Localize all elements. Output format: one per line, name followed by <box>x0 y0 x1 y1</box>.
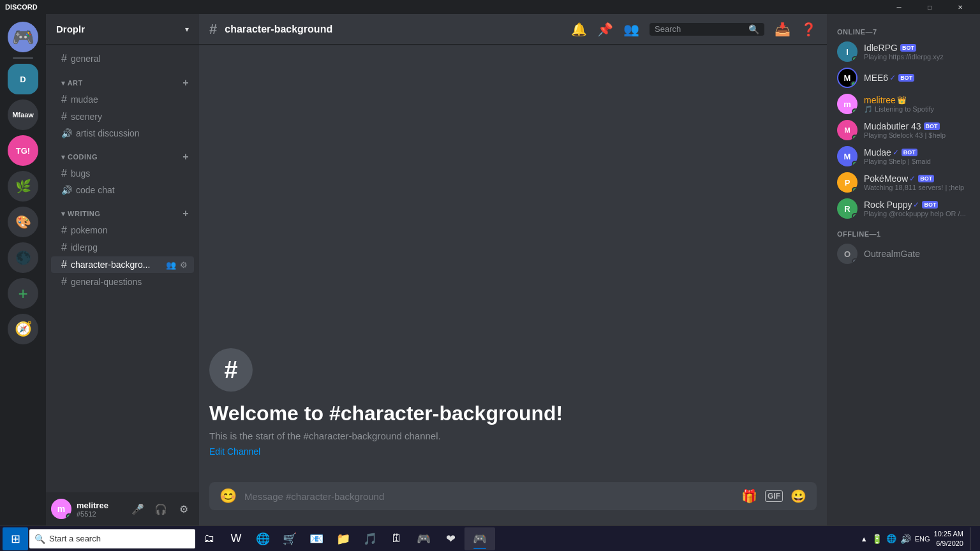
channel-item-character-background[interactable]: # character-backgro... 👥 ⚙ <box>51 256 194 273</box>
help-button[interactable]: ❓ <box>801 22 817 37</box>
member-item-mudabutler[interactable]: M Mudabutler 43 BOT Playing $delock 43 |… <box>832 117 975 143</box>
channel-item-code-chat[interactable]: 🔊 code chat <box>51 182 194 198</box>
discord-logo-icon: 🎮 <box>12 27 34 48</box>
message-input[interactable] <box>244 491 736 502</box>
maximize-button[interactable]: □ <box>915 0 944 14</box>
taskbar: ⊞ 🔍 Start a search 🗂 W 🌐 🛒 📧 📁 🎵 🗓 🎮 ❤ 🎮… <box>0 525 980 551</box>
category-coding[interactable]: ▾ CODING + <box>51 142 194 165</box>
emoji-add-button[interactable]: 😊 <box>219 488 237 504</box>
server-icon-colorful[interactable]: 🎨 <box>8 207 38 237</box>
taskbar-app-spotify[interactable]: 🎵 <box>357 527 383 550</box>
server-icon-mfaaw[interactable]: Mfaaw <box>8 99 38 130</box>
hash-icon: # <box>61 259 67 270</box>
hash-icon: # <box>61 53 67 64</box>
server-icon-ws[interactable]: 🌿 <box>8 171 38 202</box>
notifications-button[interactable]: 🔔 <box>571 22 587 37</box>
status-offline <box>852 258 858 264</box>
member-item-mudae[interactable]: M Mudae ✓ BOT Playing $help | $maid <box>832 143 975 169</box>
server-icon-droplr[interactable]: D <box>8 64 38 94</box>
channel-item-pokemon[interactable]: # pokemon <box>51 222 194 239</box>
member-item-mee6[interactable]: M MEE6 ✓ BOT <box>832 65 975 91</box>
taskbar-app-explorer[interactable]: 📁 <box>330 527 356 550</box>
channel-name: general-questions <box>71 277 189 287</box>
gift-button[interactable]: 🎁 <box>741 489 757 504</box>
taskbar-app-teams[interactable]: 🗓 <box>384 527 410 550</box>
explore-servers-button[interactable]: 🧭 <box>8 314 38 344</box>
word-icon: W <box>231 532 242 545</box>
member-avatar-rockpuppy: R <box>837 198 858 219</box>
taskbar-app-health[interactable]: ❤ <box>438 527 463 550</box>
members-button[interactable]: 👥 <box>623 22 639 37</box>
channel-item-general-questions[interactable]: # general-questions <box>51 274 194 290</box>
category-writing-label: ▾ WRITING <box>61 210 100 218</box>
server-name-header[interactable]: Droplr ▾ <box>46 14 199 45</box>
voice-icon: 🔊 <box>61 185 72 195</box>
settings-button[interactable]: ⚙ <box>174 499 194 519</box>
member-name: melitree <box>864 95 896 105</box>
emoji-button[interactable]: 😀 <box>791 489 806 504</box>
category-art[interactable]: ▾ ART + <box>51 68 194 91</box>
start-button[interactable]: ⊞ <box>3 527 28 550</box>
edit-channel-link[interactable]: Edit Channel <box>209 446 260 457</box>
server-icon-tg[interactable]: TG! <box>8 135 38 166</box>
add-writing-channel-icon[interactable]: + <box>182 209 189 219</box>
server-icon-dark[interactable]: 🌑 <box>8 242 38 273</box>
taskbar-app-store[interactable]: 🛒 <box>277 527 302 550</box>
taskbar-apps: 🗂 W 🌐 🛒 📧 📁 🎵 🗓 🎮 ❤ 🎮 <box>197 527 495 550</box>
taskbar-up-arrow[interactable]: ▲ <box>861 535 868 543</box>
colorful-avatar: 🎨 <box>15 214 31 230</box>
channel-item-artist-discussion[interactable]: 🔊 artist discussion <box>51 126 194 141</box>
minimize-button[interactable]: ─ <box>884 0 914 14</box>
member-icon[interactable]: 👥 <box>166 260 176 270</box>
member-info: melitree 👑 🎵 Listening to Spotify <box>864 95 970 114</box>
taskbar-app-mail[interactable]: 📧 <box>304 527 329 550</box>
avatar-initial: m <box>843 99 851 109</box>
channel-item-scenery[interactable]: # scenery <box>51 108 194 125</box>
member-item-rockpuppy[interactable]: R Rock Puppy ✓ BOT Playing @rockpuppy he… <box>832 196 975 221</box>
add-art-channel-icon[interactable]: + <box>182 78 189 88</box>
server-separator <box>13 57 33 59</box>
member-item-pokemeow[interactable]: P PokéMeow ✓ BOT Watching 18,811 servers… <box>832 170 975 195</box>
channel-item-idlerpg[interactable]: # idlerpg <box>51 239 194 256</box>
member-info: Mudae ✓ BOT Playing $help | $maid <box>864 147 970 165</box>
search-bar[interactable]: Search 🔍 <box>650 23 764 36</box>
mute-button[interactable]: 🎤 <box>128 499 148 519</box>
taskbar-app-game[interactable]: 🎮 <box>411 527 436 550</box>
taskbar-search-bar[interactable]: 🔍 Start a search <box>29 529 195 548</box>
taskbar-app-edge[interactable]: 🌐 <box>250 527 276 550</box>
volume-icon[interactable]: 🔊 <box>900 534 911 544</box>
add-server-button[interactable]: + <box>8 278 38 309</box>
taskbar-app-word[interactable]: W <box>223 527 249 550</box>
settings-icon[interactable]: ⚙ <box>179 260 189 270</box>
taskbar-app-task-view[interactable]: 🗂 <box>197 527 222 550</box>
dark-avatar: 🌑 <box>15 250 31 265</box>
show-desktop-button[interactable] <box>970 527 972 550</box>
voice-icon: 🔊 <box>61 128 72 138</box>
channel-item-bugs[interactable]: # bugs <box>51 165 194 182</box>
server-list: 🎮 D Mfaaw TG! 🌿 🎨 🌑 + 🧭 <box>0 14 46 525</box>
deafen-button[interactable]: 🎧 <box>151 499 171 519</box>
category-writing[interactable]: ▾ WRITING + <box>51 198 194 221</box>
online-members-label: ONLINE—7 <box>827 24 980 38</box>
member-item-melitree[interactable]: m melitree 👑 🎵 Listening to Spotify <box>832 91 975 117</box>
taskbar-datetime[interactable]: 10:25 AM 6/9/2020 <box>934 529 963 548</box>
close-button[interactable]: ✕ <box>946 0 975 14</box>
channel-item-mudae[interactable]: # mudae <box>51 91 194 108</box>
verified-icon: ✓ <box>913 200 919 209</box>
member-name-row: IdleRPG BOT <box>864 43 970 53</box>
verified-icon: ✓ <box>889 73 896 82</box>
taskbar-date: 6/9/2020 <box>934 539 963 548</box>
member-name: Mudae <box>864 147 891 158</box>
inbox-button[interactable]: 📥 <box>775 22 791 37</box>
gif-button[interactable]: GIF <box>765 490 783 502</box>
taskbar-app-discord[interactable]: 🎮 <box>464 527 495 550</box>
server-icon-discord[interactable]: 🎮 <box>8 22 38 52</box>
channel-item-general[interactable]: # general <box>51 50 194 67</box>
app: 🎮 D Mfaaw TG! 🌿 🎨 🌑 + 🧭 Droplr <box>0 14 980 525</box>
add-coding-channel-icon[interactable]: + <box>182 152 189 162</box>
battery-icon: 🔋 <box>872 534 882 544</box>
member-name-row: Rock Puppy ✓ BOT <box>864 200 970 210</box>
member-item-outrealmgate[interactable]: O OutrealmGate <box>832 241 975 267</box>
pin-button[interactable]: 📌 <box>597 22 613 37</box>
member-item-idlerpg[interactable]: I IdleRPG BOT Playing https://idlerpg.xy… <box>832 39 975 64</box>
